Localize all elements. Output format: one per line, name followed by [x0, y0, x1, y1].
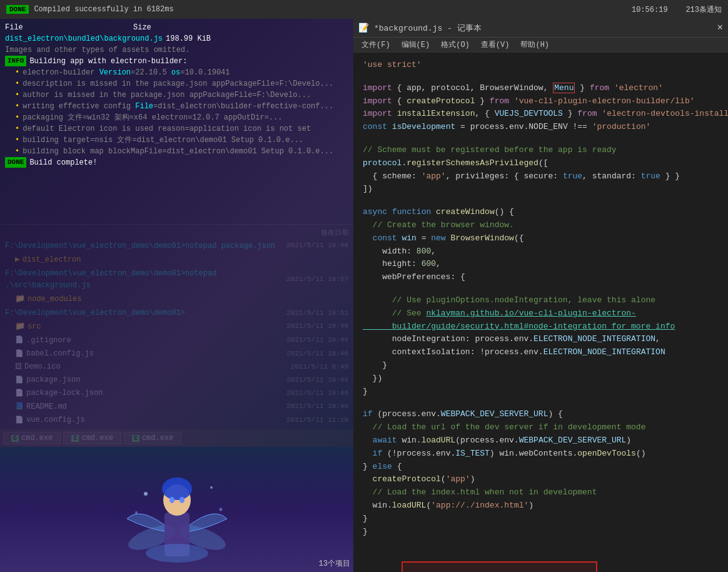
- terminal-bullet-6: • default Electron icon is used reason=a…: [5, 123, 348, 135]
- terminal-file-line: dist_electron\bundled\background.js 198.…: [5, 33, 348, 44]
- code-line-35: // Load the index.html when not in devel…: [363, 486, 719, 499]
- code-line-40: Menu.setApplicationMenu(null): [363, 548, 719, 572]
- item-counter: 13个项目: [319, 558, 350, 569]
- notification-count: 213条通知: [685, 6, 722, 14]
- menu-file[interactable]: 文件(F): [356, 38, 395, 51]
- code-line-33: } else {: [363, 461, 719, 474]
- code-line-34: createProtocol('app'): [363, 473, 719, 486]
- left-panel: File Size dist_electron\bundled\backgrou…: [0, 19, 353, 572]
- system-bar: DONE Compiled successfully in 6182ms 10:…: [0, 0, 728, 19]
- code-line-38: }: [363, 526, 719, 539]
- done-badge: DONE: [6, 5, 29, 14]
- bullet-2-text: description is missed in the package.jso…: [23, 78, 333, 89]
- menu-help[interactable]: 帮助(H): [515, 38, 554, 51]
- terminal-bullet-7: • building target=nsis 文件=dist_electron\…: [5, 135, 348, 146]
- svg-point-10: [135, 511, 138, 514]
- anime-area: [0, 447, 353, 572]
- code-line-16: width: 800,: [363, 245, 719, 258]
- code-line-8: // Scheme must be registered before the …: [363, 144, 719, 157]
- svg-point-6: [179, 497, 185, 503]
- system-bar-left: DONE Compiled successfully in 6182ms: [6, 5, 174, 14]
- code-line-9: protocol.registerSchemesAsPrivileged([: [363, 157, 719, 170]
- code-line-29: if (process.env.WEBPACK_DEV_SERVER_URL) …: [363, 408, 719, 421]
- code-line-6: const isDevelopment = process.env.NODE_E…: [363, 121, 719, 134]
- notepad-title: *background.js - 记事本: [374, 23, 482, 34]
- terminal-building: INFO Building app with electron-builder:: [5, 56, 348, 67]
- menu-highlight: Menu: [553, 83, 575, 93]
- terminal-header: File Size: [5, 22, 348, 33]
- system-bar-right: 10:56:19 213条通知: [632, 4, 722, 15]
- svg-point-7: [146, 544, 208, 563]
- code-line-22: builder/guide/security.html#node-integra…: [363, 320, 719, 334]
- code-line-23: nodeIntegration: process.env.ELECTRON_NO…: [363, 333, 719, 346]
- building-text: Building app with electron-builder:: [29, 56, 187, 67]
- file-label: File: [5, 22, 130, 33]
- menu-format[interactable]: 格式(O): [436, 38, 475, 51]
- code-line-36: win.loadURL('app://./index.html'): [363, 499, 719, 513]
- code-line-1: 'use strict': [363, 59, 719, 72]
- svg-point-4: [162, 478, 192, 500]
- menu-edit[interactable]: 编辑(E): [397, 38, 435, 51]
- bullet-6-text: default Electron icon is used reason=app…: [23, 123, 311, 135]
- terminal-output: File Size dist_electron\bundled\backgrou…: [0, 19, 353, 224]
- terminal-bullet-4: • writing effective config File=dist_ele…: [5, 101, 348, 112]
- terminal-bullet-2: • description is missed in the package.j…: [5, 78, 348, 89]
- code-line-14: // Create the browser window.: [363, 219, 719, 232]
- code-line-18: webPreferences: {: [363, 271, 719, 284]
- build-complete: Build complete!: [29, 157, 97, 168]
- bullet-6: •: [15, 123, 19, 135]
- code-line-4: import { createProtocol } from 'vue-cli-…: [363, 95, 719, 108]
- notepad-app-icon: 📝: [358, 23, 369, 33]
- bullet-8-text: building block map blockMapFile=dist_ele…: [23, 146, 333, 157]
- code-line-13: async function createWindow() {: [363, 206, 719, 219]
- terminal-bullet-1: • electron-builder Version=22.10.5 os=10…: [5, 67, 348, 78]
- menu-set-null-highlight: Menu.setApplicationMenu(null): [402, 561, 597, 572]
- code-line-30: // Load the url of the dev server if in …: [363, 421, 719, 434]
- notepad-title-area: 📝 *background.js - 记事本: [358, 23, 482, 34]
- code-editor[interactable]: 'use strict' import { app, protocol, Bro…: [353, 53, 728, 572]
- bullet-4-text: writing effective config File=dist_elect…: [23, 101, 333, 112]
- code-line-3: import { app, protocol, BrowserWindow, M…: [363, 82, 719, 95]
- bullet-7: •: [15, 135, 19, 146]
- terminal-bullet-8: • building block map blockMapFile=dist_e…: [5, 146, 348, 157]
- bullet-3-text: author is missed in the package.json app…: [23, 89, 311, 101]
- size-label: Size: [133, 22, 151, 33]
- code-line-21: // See nklayman.github.io/vue-cli-plugin…: [363, 307, 719, 320]
- code-line-5: import installExtension, { VUEJS_DEVTOOL…: [363, 108, 719, 121]
- anime-character-svg: [114, 450, 240, 569]
- code-line-11: ]): [363, 183, 719, 196]
- bullet-7-text: building target=nsis 文件=dist_electron\de…: [23, 135, 303, 146]
- right-panel: 📝 *background.js - 记事本 × 文件(F) 编辑(E) 格式(…: [353, 19, 728, 572]
- notepad-menubar: 文件(F) 编辑(E) 格式(O) 查看(V) 帮助(H): [353, 38, 728, 53]
- assets-omitted: Images and other types of assets omitted…: [5, 44, 190, 56]
- code-line-17: height: 600,: [363, 258, 719, 271]
- svg-point-5: [169, 497, 174, 503]
- code-line-25: }: [363, 359, 719, 372]
- info-badge: INFO: [5, 56, 26, 66]
- done-label: DONE: [5, 157, 26, 168]
- code-line-15: const win = new BrowserWindow({: [363, 232, 719, 245]
- bullet-1: •: [15, 67, 19, 78]
- code-line-37: }: [363, 513, 719, 526]
- bullet-3: •: [15, 89, 19, 101]
- code-line-24: contextIsolation: !process.env.ELECTRON_…: [363, 346, 719, 359]
- notepad-titlebar: 📝 *background.js - 记事本 ×: [353, 19, 728, 38]
- compile-message: Compiled successfully in 6182ms: [34, 5, 173, 14]
- code-line-32: if (!process.env.IS_TEST) win.webContent…: [363, 447, 719, 461]
- code-line-26: }): [363, 372, 719, 386]
- code-line-27: }: [363, 386, 719, 399]
- terminal-bullet-3: • author is missed in the package.json a…: [5, 89, 348, 101]
- terminal-info: Images and other types of assets omitted…: [5, 44, 348, 56]
- svg-point-8: [144, 492, 148, 496]
- bullet-5-text: packaging 文件=win32 架构=x64 electron=12.0.…: [23, 112, 282, 123]
- code-line-20: // Use pluginOptions.nodeIntegration, le…: [363, 294, 719, 307]
- notepad-close-button[interactable]: ×: [717, 23, 723, 34]
- svg-point-9: [210, 486, 213, 489]
- terminal-bullet-5: • packaging 文件=win32 架构=x64 electron=12.…: [5, 112, 348, 123]
- code-line-10: { scheme: 'app', privileges: { secure: t…: [363, 170, 719, 183]
- bullet-4: •: [15, 101, 19, 112]
- clock: 10:56:19: [632, 6, 668, 14]
- terminal-done: DONE Build complete!: [5, 157, 348, 168]
- bottom-image-area: 13个项目: [0, 447, 353, 572]
- menu-view[interactable]: 查看(V): [476, 38, 515, 51]
